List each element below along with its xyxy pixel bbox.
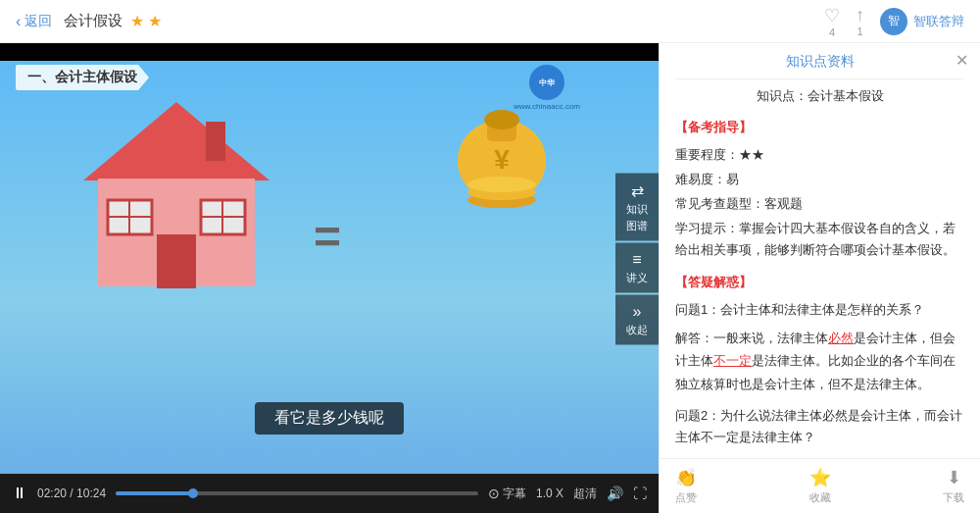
video-section: 一、会计主体假设 中华 www.chinaacc.com <box>0 43 659 513</box>
knowledge-map-label2: 图谱 <box>626 218 648 232</box>
importance-label: 重要程度：★★ <box>675 147 764 162</box>
progress-bar[interactable] <box>116 491 478 495</box>
svg-rect-1 <box>206 122 225 161</box>
avatar: 智 <box>880 8 907 35</box>
top-bar-right: ♡ 4 ↑ 1 智 智联答辩 <box>824 5 964 38</box>
back-arrow-icon: ‹ <box>16 13 21 30</box>
svg-point-13 <box>484 110 519 129</box>
collapse-button[interactable]: » 收起 <box>615 294 659 344</box>
avatar-initial: 智 <box>888 13 900 29</box>
svg-marker-0 <box>83 102 270 180</box>
right-panel: ✕ 知识点资料 知识点：会计基本假设 【备考指导】 重要程度：★★ 难易度：易 … <box>659 43 980 513</box>
q2-title: 问题2：为什么说法律主体必然是会计主体，而会计主体不一定是法律主体？ <box>675 405 964 448</box>
right-panel-footer: 👏 点赞 ⭐ 收藏 ⬇ 下载 <box>660 458 980 513</box>
favorite-icon: ⭐ <box>809 467 831 488</box>
right-panel-body: 【备考指导】 重要程度：★★ 难易度：易 常见考查题型：客观题 学习提示：掌握会… <box>660 109 980 458</box>
section1-title: 【备考指导】 <box>675 117 964 138</box>
like-icon-area: ♡ <box>824 5 840 26</box>
video-background: 一、会计主体假设 中华 www.chinaacc.com <box>0 43 659 474</box>
svg-text:¥: ¥ <box>494 144 510 175</box>
time-display: 02:20 / 10:24 <box>37 487 106 500</box>
video-chapter-label: 一、会计主体假设 <box>16 65 149 90</box>
hint-row: 学习提示：掌握会计四大基本假设各自的含义，若给出相关事项，能够判断符合哪项会计基… <box>675 218 964 261</box>
side-buttons: ⇄ 知识 图谱 ≡ 讲义 » 收起 <box>615 173 659 344</box>
back-button[interactable]: ‹ 返回 <box>16 13 52 30</box>
video-subtitle: 看它是多少钱呢 <box>255 402 404 435</box>
hint-text: 学习提示：掌握会计四大基本假设各自的含义，若给出相关事项，能够判断符合哪项会计基… <box>675 221 956 257</box>
knowledge-map-label: 知识 <box>626 201 648 216</box>
a1-prefix: 解答：一般来说，法律主体 <box>675 331 828 345</box>
like-count: 4 <box>829 26 835 38</box>
quality-button[interactable]: 超清 <box>573 486 597 502</box>
progress-dot <box>188 488 198 498</box>
star-1: ★ <box>130 12 144 30</box>
favorite-label: 收藏 <box>809 490 831 505</box>
knowledge-map-button[interactable]: ⇄ 知识 图谱 <box>615 173 659 240</box>
svg-point-16 <box>467 177 536 192</box>
star-2: ★ <box>148 12 162 30</box>
house-illustration <box>78 92 274 308</box>
share-icon-area: ↑ <box>856 5 864 26</box>
download-icon: ⬇ <box>947 467 961 488</box>
share-icon: ↑ <box>856 5 864 26</box>
download-label: 下载 <box>943 490 964 505</box>
fullscreen-button[interactable]: ⛶ <box>633 486 647 501</box>
q1-title: 问题1：会计主体和法律主体是怎样的关系？ <box>675 299 964 321</box>
applaud-icon: 👏 <box>675 467 697 488</box>
a1-must: 必然 <box>828 331 854 345</box>
tab-knowledge-material[interactable]: 知识点资料 <box>778 53 862 71</box>
speed-button[interactable]: 1.0 X <box>536 487 564 500</box>
importance-row: 重要程度：★★ <box>675 144 964 166</box>
equals-sign: = <box>314 210 341 264</box>
download-button[interactable]: ⬇ 下载 <box>943 467 964 505</box>
applaud-button[interactable]: 👏 点赞 <box>675 467 697 505</box>
collapse-label: 收起 <box>626 322 648 336</box>
share-count: 1 <box>857 26 862 37</box>
heart-icon: ♡ <box>824 5 840 26</box>
quality-label: 超清 <box>573 486 597 502</box>
right-panel-header: ✕ 知识点资料 知识点：会计基本假设 <box>660 43 980 109</box>
star-rating: ★ ★ <box>130 12 162 30</box>
applaud-label: 点赞 <box>675 490 697 505</box>
collapse-icon: » <box>633 302 642 320</box>
q2-text: 问题2：为什么说法律主体必然是会计主体，而会计主体不一定是法律主体？ <box>675 408 962 444</box>
a1-text: 解答：一般来说，法律主体必然是会计主体，但会计主体不一定是法律主体。比如企业的各… <box>675 327 964 395</box>
svg-rect-3 <box>157 234 196 288</box>
volume-button[interactable]: 🔊 <box>607 486 623 501</box>
coins-svg: ¥ <box>443 73 561 210</box>
current-time: 02:20 <box>37 487 67 500</box>
a1-notnec: 不一定 <box>713 353 752 368</box>
handout-icon: ≡ <box>632 250 641 268</box>
difficulty-row: 难易度：易 <box>675 169 964 190</box>
question-type-row: 常见考查题型：客观题 <box>675 193 964 215</box>
main-content: 一、会计主体假设 中华 www.chinaacc.com <box>0 43 980 513</box>
caption-button[interactable]: ⊙ 字幕 <box>488 486 526 502</box>
close-button[interactable]: ✕ <box>956 51 968 70</box>
play-pause-button[interactable]: ⏸ <box>12 485 27 502</box>
progress-fill <box>116 491 193 495</box>
like-action[interactable]: ♡ 4 <box>824 5 840 38</box>
panel-subtitle: 知识点：会计基本假设 <box>675 79 964 109</box>
top-bar: ‹ 返回 会计假设 ★ ★ ♡ 4 ↑ 1 智 智联答辩 <box>0 0 980 43</box>
back-label: 返回 <box>24 13 52 30</box>
video-controls: ⏸ 02:20 / 10:24 ⊙ 字幕 1.0 X 超清 🔊 ⛶ <box>0 474 659 513</box>
knowledge-map-icon: ⇄ <box>631 180 644 199</box>
q1-text: 问题1：会计主体和法律主体是怎样的关系？ <box>675 302 924 317</box>
speed-label: 1.0 X <box>536 487 564 500</box>
user-name: 智联答辩 <box>913 13 964 30</box>
caption-icon: ⊙ <box>488 486 500 501</box>
favorite-button[interactable]: ⭐ 收藏 <box>809 467 831 505</box>
question-type-label: 常见考查题型：客观题 <box>675 196 803 211</box>
section2-title: 【答疑解惑】 <box>675 272 964 293</box>
video-top-black-bar <box>0 43 659 61</box>
handout-label: 讲义 <box>626 270 648 284</box>
difficulty-label: 难易度：易 <box>675 172 739 186</box>
page-title: 会计假设 <box>64 12 122 30</box>
handout-button[interactable]: ≡ 讲义 <box>615 242 659 292</box>
video-container[interactable]: 一、会计主体假设 中华 www.chinaacc.com <box>0 43 659 474</box>
caption-label: 字幕 <box>503 486 526 502</box>
house-svg <box>78 92 274 308</box>
share-action[interactable]: ↑ 1 <box>856 5 864 37</box>
user-area[interactable]: 智 智联答辩 <box>880 8 964 35</box>
coins-illustration: ¥ <box>443 73 561 210</box>
